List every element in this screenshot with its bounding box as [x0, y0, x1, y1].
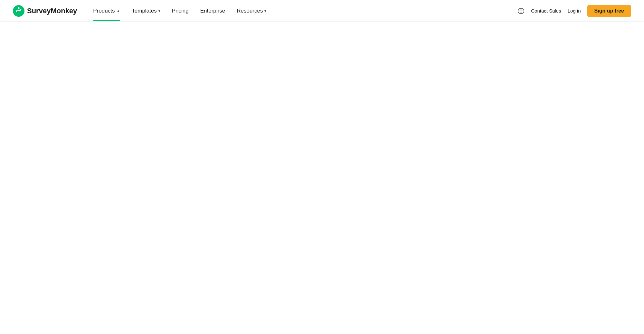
- login-button[interactable]: Log in: [568, 8, 581, 14]
- nav-item-templates[interactable]: Templates ▾: [127, 5, 165, 17]
- navbar: SurveyMonkey Products ▲ Templates ▾ Pric…: [0, 0, 644, 22]
- svg-point-0: [13, 5, 24, 17]
- chevron-down-icon: ▾: [158, 9, 160, 13]
- chevron-down-icon: ▲: [116, 9, 120, 13]
- svg-point-1: [18, 7, 19, 9]
- nav-item-products[interactable]: Products ▲: [89, 5, 125, 17]
- signup-button[interactable]: Sign up free: [587, 5, 631, 17]
- nav-links: Products ▲ Templates ▾ Pricing Enterpris…: [89, 5, 517, 17]
- logo-text: SurveyMonkey: [27, 7, 77, 15]
- nav-item-pricing[interactable]: Pricing: [167, 5, 193, 17]
- globe-icon[interactable]: [517, 7, 525, 14]
- nav-item-enterprise[interactable]: Enterprise: [196, 5, 230, 17]
- contact-sales-link[interactable]: Contact Sales: [531, 8, 561, 14]
- logo[interactable]: SurveyMonkey: [13, 5, 77, 17]
- nav-item-resources[interactable]: Resources ▾: [232, 5, 271, 17]
- nav-right: Contact Sales Log in Sign up free: [517, 5, 631, 17]
- chevron-down-icon: ▾: [264, 9, 266, 13]
